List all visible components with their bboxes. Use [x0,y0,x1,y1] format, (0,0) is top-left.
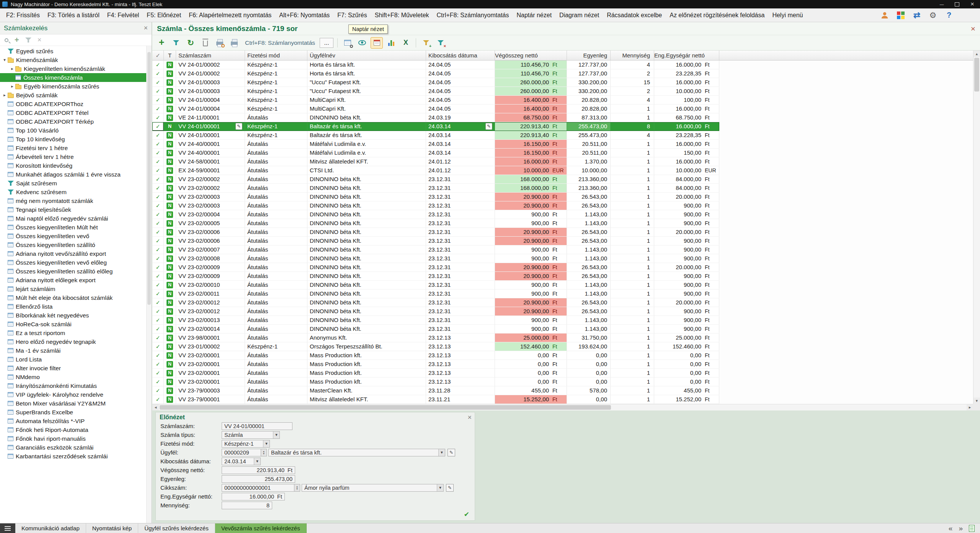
column-header[interactable]: T [164,51,176,60]
row-checkbox[interactable]: ✓ [152,149,164,157]
settings-gear-icon[interactable] [927,10,939,21]
diagram-view-button[interactable] [385,37,397,49]
row-checkbox[interactable]: ✓ [152,131,164,139]
close-button[interactable] [965,0,980,8]
row-checkbox[interactable]: ✓ [152,184,164,192]
help-icon[interactable] [943,10,955,21]
invoice-print-label[interactable]: Ctrl+F8: Számlanyomtatás [245,39,315,46]
sidebar-item[interactable]: Adriana nyitott előlegek export [0,276,146,284]
sidebar-item[interactable]: ▸Kiegyenlítetlen kimenőszámlák [0,64,146,73]
row-checkbox[interactable]: ✓ [152,87,164,95]
row-checkbox[interactable]: ✓ [152,334,164,342]
sidebar-item[interactable]: Adriana nyitott vevő/szállító export [0,249,146,258]
add-filter-icon[interactable] [15,36,19,44]
refresh-button[interactable] [185,37,197,49]
sidebar-item[interactable]: Bíborkának két negyedéves [0,311,146,320]
table-row[interactable]: ✓NVV 24-40/00001ÁtutalásMátéfalvi Ludimi… [152,149,719,157]
add-row-button[interactable] [155,37,168,49]
menu-item[interactable]: Diagram nézet [555,12,603,19]
row-checkbox[interactable]: ✓ [152,60,164,69]
row-checkbox[interactable]: ✓ [152,175,164,183]
scrollbar-thumb[interactable] [974,58,979,92]
statusbar-tab[interactable]: Kommunikáció adatlap [15,523,86,533]
confirm-check-icon[interactable] [464,510,469,518]
menu-item[interactable]: Ctrl+F8: Számlanyomtatás [433,12,513,19]
row-checkbox[interactable]: ✓ [152,378,164,386]
sidebar-item[interactable]: Ez a teszt riportom [0,329,146,337]
edit-pencil-icon[interactable] [446,484,454,492]
sidebar-item[interactable]: Alter invocie filter [0,364,146,373]
sidebar-item[interactable]: Beton Mixer vásárlásai Y2Y&M2M [0,399,146,408]
scrollbar-thumb[interactable] [160,405,611,410]
sidebar-item[interactable]: Automata felszólítás *-VIP [0,417,146,425]
sidebar-item[interactable]: Összes kimenőszámla [0,73,146,82]
sidebar-item[interactable]: ODBC ADATEXPORThoz [0,100,146,108]
table-row[interactable]: ✓NVV 23-02/00003ÁtutalásDINONINO béta Kf… [152,193,719,201]
sidebar-item[interactable]: Összes kiegyenlítetlen vevő [0,232,146,240]
table-row[interactable]: ✓NVV 23-02/00006ÁtutalásDINONINO béta Kf… [152,237,719,245]
menu-item[interactable]: F3: Törlés a listáról [44,12,103,19]
table-row[interactable]: ✓NVV 23-02/00007ÁtutalásDINONINO béta Kf… [152,245,719,254]
table-row[interactable]: ✓NVV 24-01/00002Készpénz-1Horta és társa… [152,60,719,69]
table-row[interactable]: ✓NVE 24-11/00001ÁtutalásDINONINO béta Kf… [152,113,719,122]
menu-item[interactable]: F7: Szűrés [333,12,371,19]
filter-clear-button[interactable] [434,37,447,49]
sidebar-item[interactable]: lejárt számláim [0,284,146,293]
modules-grid-icon[interactable] [895,10,906,21]
row-checkbox[interactable]: ✓ [152,298,164,307]
row-checkbox[interactable]: ✓ [152,254,164,263]
row-checkbox[interactable]: ✓ [152,351,164,360]
payment-method-select[interactable]: Készpénz-1 [222,440,270,448]
collapse-arrow-icon[interactable]: ▾ [2,57,8,62]
delete-filter-icon[interactable] [38,36,42,44]
row-checkbox[interactable]: ✓ [152,263,164,271]
menu-item[interactable]: Alt+F6: Nyomtatás [275,12,333,19]
vertical-scrollbar[interactable] [973,51,980,404]
scroll-left-icon[interactable] [152,404,159,410]
column-header[interactable]: Fizetési mód [245,51,307,60]
customer-code-input[interactable]: 00000209 [222,449,261,456]
next-tab-icon[interactable] [959,524,963,533]
edit-filter-icon[interactable] [25,37,31,43]
sidebar-item[interactable]: Karbantartási szerződések számlái [0,452,146,461]
scrollbar-thumb[interactable] [147,52,151,305]
column-header[interactable]: Végösszeg nettó [495,51,567,60]
issue-date-select[interactable]: 24.03.14 [222,458,261,465]
sidebar-item[interactable]: SuperBrands Excelbe [0,408,146,417]
menu-item[interactable]: F4: Felvétel [103,12,143,19]
table-row[interactable]: ✓NVV 23-02/00009ÁtutalásDINONINO béta Kf… [152,272,719,281]
edit-pencil-icon[interactable] [448,449,455,456]
row-checkbox[interactable]: ✓ [152,272,164,280]
sidebar-item[interactable]: Korosított kintlevőség [0,161,146,170]
row-checkbox[interactable]: ✓ [152,342,164,351]
row-checkbox[interactable]: ✓ [152,307,164,316]
table-row[interactable]: ✓NVV 23-02/00004ÁtutalásDINONINO béta Kf… [152,210,719,219]
maximize-button[interactable] [949,0,965,8]
document-icon[interactable] [969,525,975,532]
prev-tab-icon[interactable] [949,524,953,533]
table-row[interactable]: ✓NVV 23-02/00011ÁtutalásDINONINO béta Kf… [152,289,719,298]
row-checkbox[interactable]: ✓ [152,316,164,324]
column-header[interactable]: Számlaszám [176,51,245,60]
sidebar-item[interactable]: Árbevételi terv 1 hétre [0,152,146,161]
row-checkbox[interactable]: ✓ [152,245,164,254]
row-checkbox[interactable]: ✓ [152,122,164,131]
sidebar-item[interactable]: ODBC ADATEXPORT Tétel [0,108,146,117]
balance-input[interactable]: 255.473,00 [222,475,295,483]
table-row[interactable]: ✓NVV 23-02/00012ÁtutalásDINONINO béta Kf… [152,298,719,307]
menu-item[interactable]: F5: Előnézet [143,12,185,19]
sidebar-item[interactable]: HoReCa-sok számlái [0,320,146,329]
sidebar-item[interactable]: még nem nyomtatott számlák [0,196,146,205]
table-row[interactable]: ✓NVV 24-40/00001ÁtutalásMátéfalvi Ludimi… [152,140,719,149]
total-net-input[interactable]: 220.913,40Ft [222,466,295,474]
table-row[interactable]: ✓NVV 23-02/00005ÁtutalásDINONINO béta Kf… [152,219,719,228]
preview-close-icon[interactable] [467,414,472,422]
row-checkbox[interactable]: ✓ [152,193,164,201]
grid-search-button[interactable] [341,37,354,49]
scroll-up-icon[interactable] [973,51,980,57]
sidebar-item[interactable]: ▾Kimenőszámlák [0,56,146,64]
row-checkbox[interactable]: ✓ [152,210,164,219]
more-button[interactable]: ... [320,38,333,48]
table-row[interactable]: ✓NVV 23-02/00002ÁtutalásDINONINO béta Kf… [152,184,719,193]
horizontal-scrollbar[interactable] [152,404,973,410]
